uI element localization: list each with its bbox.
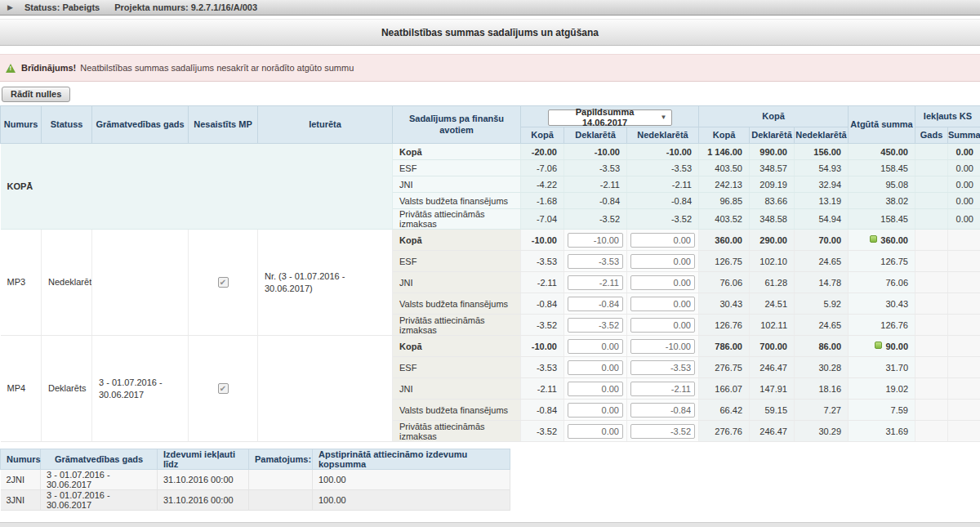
ks-gads-value: [915, 315, 948, 336]
papildsumma-deklareta-value: -3.53: [564, 160, 627, 176]
papildsumma-deklareta-input-cell: [564, 272, 627, 293]
kopa-deklareta-value: 147.91: [750, 378, 795, 400]
papildsumma-nedeklareta-value: -3.53: [627, 160, 699, 176]
kopa-kopa-value: 1 146.00: [699, 144, 750, 160]
green-sum-icon: [875, 342, 882, 349]
atguta-summa-value: 30.43: [849, 293, 915, 315]
kopa-deklareta-value: 290.00: [750, 230, 795, 251]
ks-gads-value: [915, 421, 948, 442]
title-bar: Neatbilstības summas sadalījums un atgūš…: [0, 19, 980, 46]
ks-summa-value: [948, 251, 980, 272]
papildsumma-deklareta-input[interactable]: [568, 424, 623, 439]
papildsumma-kopa-value: -3.53: [521, 357, 564, 378]
section-total-label: KOPĀ: [1, 144, 393, 230]
nesaistits-mp-checkbox[interactable]: ✔: [218, 277, 229, 288]
papildsumma-kopa-value: -20.00: [521, 144, 564, 160]
papildsumma-nedeklareta-input[interactable]: [630, 318, 695, 333]
papildsumma-deklareta-input[interactable]: [568, 339, 623, 354]
papildsumma-nedeklareta-value: -10.00: [627, 144, 699, 160]
ks-gads-value: [915, 193, 948, 209]
finance-source-label: JNI: [393, 378, 521, 400]
papildsumma-nedeklareta-input-cell: [627, 400, 699, 421]
main-table-body: KOPĀKopā-20.00-10.00-10.001 146.00990.00…: [1, 144, 980, 442]
kopa-kopa-value: 360.00: [699, 230, 750, 251]
papildsumma-deklareta-input[interactable]: [568, 297, 623, 311]
atguta-summa-value: 158.45: [849, 160, 915, 176]
papildsumma-kopa-value: -1.68: [521, 193, 564, 209]
papildsumma-deklareta-value: -2.11: [564, 176, 627, 193]
ks-gads-value: [915, 209, 948, 230]
ks-gads-value: [915, 336, 948, 357]
papildsumma-deklareta-input-cell: [564, 421, 627, 442]
papildsumma-deklareta-input[interactable]: [568, 403, 623, 418]
subcol-kopa-deklareta: Deklarētā: [750, 127, 795, 144]
jni-kopsumma: 100.00: [313, 470, 510, 490]
finance-source-label: ESF: [393, 357, 521, 378]
finance-source-label: ESF: [393, 251, 521, 272]
warning-banner: Brīdinājums! Neatbilstības summas sadalī…: [0, 54, 980, 82]
papildsumma-deklareta-input[interactable]: [568, 275, 623, 290]
finance-source-label: Valsts budžeta finansējums: [393, 193, 521, 209]
kopa-nedeklareta-value: 54.94: [795, 209, 849, 230]
papildsumma-deklareta-input-cell: [564, 357, 627, 378]
papildsumma-nedeklareta-input[interactable]: [630, 339, 695, 354]
expander-arrow-icon[interactable]: ▶: [7, 3, 13, 11]
kopa-kopa-value: 166.07: [699, 378, 750, 400]
papildsumma-nedeklareta-input[interactable]: [630, 424, 695, 439]
subcol-papild-kopa: Kopā: [521, 127, 564, 144]
kopa-nedeklareta-value: 13.19: [795, 193, 849, 209]
papildsumma-nedeklareta-input[interactable]: [630, 360, 695, 375]
finance-source-label: Kopā: [393, 230, 521, 251]
ks-summa-value: [948, 378, 980, 400]
papildsumma-deklareta-input[interactable]: [568, 360, 623, 375]
papildsumma-deklareta-input-cell: [564, 378, 627, 400]
mp-gads: 3 - 01.07.2016 - 30.06.2017: [92, 336, 189, 442]
kopa-nedeklareta-value: 14.78: [795, 272, 849, 293]
papildsumma-dropdown[interactable]: Papildsumma 14.06.2017 ▼: [548, 109, 672, 126]
papildsumma-nedeklareta-input[interactable]: [630, 382, 695, 396]
ks-summa-value: [948, 421, 980, 442]
papildsumma-nedeklareta-input-cell: [627, 378, 699, 400]
kopa-kopa-value: 403.52: [699, 209, 750, 230]
atguta-summa-value: 158.45: [849, 209, 915, 230]
papildsumma-deklareta-input[interactable]: [568, 382, 623, 396]
papildsumma-deklareta-input[interactable]: [568, 233, 623, 248]
finance-source-label: JNI: [393, 272, 521, 293]
jni-col-izdevumi: Izdevumi iekļauti līdz: [158, 449, 249, 470]
kopa-nedeklareta-value: 18.16: [795, 378, 849, 400]
kopa-deklareta-value: 59.15: [750, 400, 795, 421]
papildsumma-deklareta-input-cell: [564, 315, 627, 336]
kopa-deklareta-value: 209.19: [750, 176, 795, 193]
col-header-statuss: Statuss: [42, 106, 92, 144]
subcol-ks-gads: Gads: [915, 127, 948, 144]
atguta-summa-value: 19.02: [849, 378, 915, 400]
ks-summa-value: 0.00: [948, 176, 980, 193]
finance-source-label: Valsts budžeta finansējums: [393, 400, 521, 421]
kopa-nedeklareta-value: 24.65: [795, 315, 849, 336]
papildsumma-nedeklareta-input[interactable]: [630, 233, 695, 248]
papildsumma-nedeklareta-input[interactable]: [630, 275, 695, 290]
jni-table-row: 3JNI3 - 01.07.2016 - 30.06.201731.10.201…: [1, 490, 510, 511]
kopa-deklareta-value: 61.28: [750, 272, 795, 293]
jni-table-body: 2JNI3 - 01.07.2016 - 30.06.201731.10.201…: [1, 470, 510, 511]
show-zeros-button[interactable]: Rādīt nulles: [2, 87, 70, 102]
papildsumma-kopa-value: -3.52: [521, 421, 564, 442]
papildsumma-deklareta-value: -10.00: [564, 144, 627, 160]
papildsumma-nedeklareta-input[interactable]: [630, 297, 695, 311]
chevron-down-icon: ▼: [661, 114, 667, 122]
finance-source-label: Privātās attiecināmās izmaksas: [393, 421, 521, 442]
kopa-deklareta-value: 83.66: [750, 193, 795, 209]
papildsumma-nedeklareta-input[interactable]: [630, 254, 695, 269]
kopa-kopa-value: 96.85: [699, 193, 750, 209]
papildsumma-nedeklareta-input[interactable]: [630, 403, 695, 418]
papildsumma-nedeklareta-value: -0.84: [627, 193, 699, 209]
papildsumma-nedeklareta-input-cell: [627, 272, 699, 293]
nesaistits-mp-checkbox[interactable]: ✔: [218, 383, 229, 394]
papildsumma-deklareta-input[interactable]: [568, 254, 623, 269]
kopa-kopa-value: 126.76: [699, 315, 750, 336]
warning-message: Neatbilstības summas sadalījums nesakrīt…: [80, 63, 354, 73]
papildsumma-nedeklareta-input-cell: [627, 357, 699, 378]
papildsumma-nedeklareta-value: -2.11: [627, 176, 699, 193]
subcol-kopa-nedeklareta: Nedeklarētā: [795, 127, 849, 144]
papildsumma-deklareta-input[interactable]: [568, 318, 623, 333]
